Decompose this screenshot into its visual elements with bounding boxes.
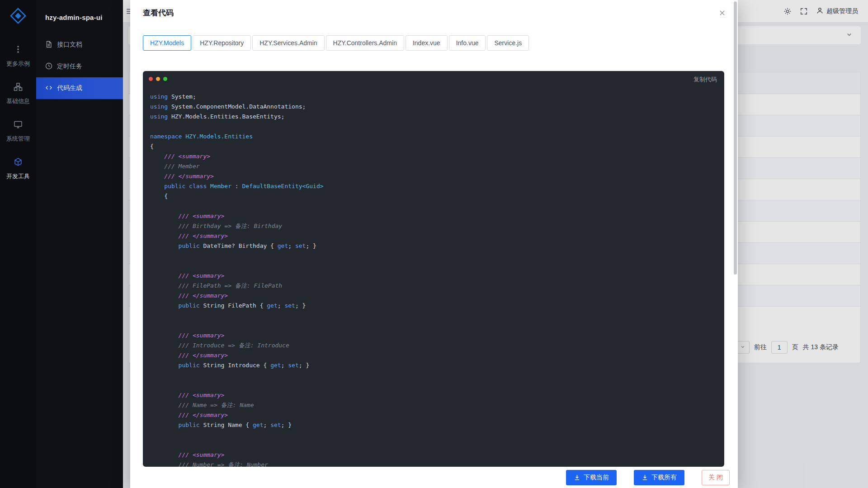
modal-title: 查看代码 <box>143 8 174 18</box>
close-button-label: 关 闭 <box>708 474 723 482</box>
code-file-tabs: HZY.Models HZY.Repository HZY.Services.A… <box>143 35 529 51</box>
download-icon <box>574 474 580 481</box>
download-current-button[interactable]: 下载当前 <box>566 470 617 485</box>
app-window: 更多示例 基础信息 系统管理 开发工具 hzy-admin-spa-ui 接口文… <box>0 0 868 488</box>
tab-hzy-repository[interactable]: HZY.Repository <box>193 35 251 51</box>
modal-scrollbar-thumb[interactable] <box>734 1 737 275</box>
tab-hzy-services-admin[interactable]: HZY.Services.Admin <box>252 35 324 51</box>
code-content: using System;using System.ComponentModel… <box>143 89 724 467</box>
dot-red-icon <box>149 77 153 81</box>
download-icon <box>642 474 648 481</box>
dot-yellow-icon <box>156 77 160 81</box>
download-current-label: 下载当前 <box>584 474 609 482</box>
copy-code-button[interactable]: 复制代码 <box>693 76 717 84</box>
code-panel: 复制代码 using System;using System.Component… <box>143 71 724 467</box>
tab-hzy-models[interactable]: HZY.Models <box>143 35 191 51</box>
close-icon[interactable] <box>715 6 729 19</box>
download-all-button[interactable]: 下载所有 <box>634 470 684 485</box>
download-all-label: 下载所有 <box>651 474 677 482</box>
tab-info-vue[interactable]: Info.vue <box>449 35 486 51</box>
tab-index-vue[interactable]: Index.vue <box>406 35 448 51</box>
view-code-modal: 查看代码 HZY.Models HZY.Repository HZY.Servi… <box>130 0 738 488</box>
tab-hzy-controllers-admin[interactable]: HZY.Controllers.Admin <box>326 35 404 51</box>
window-dots <box>149 77 167 81</box>
dot-green-icon <box>163 77 167 81</box>
tab-service-js[interactable]: Service.js <box>487 35 529 51</box>
close-button[interactable]: 关 闭 <box>702 470 730 485</box>
modal-footer: 下载当前 下载所有 关 闭 <box>130 467 738 488</box>
